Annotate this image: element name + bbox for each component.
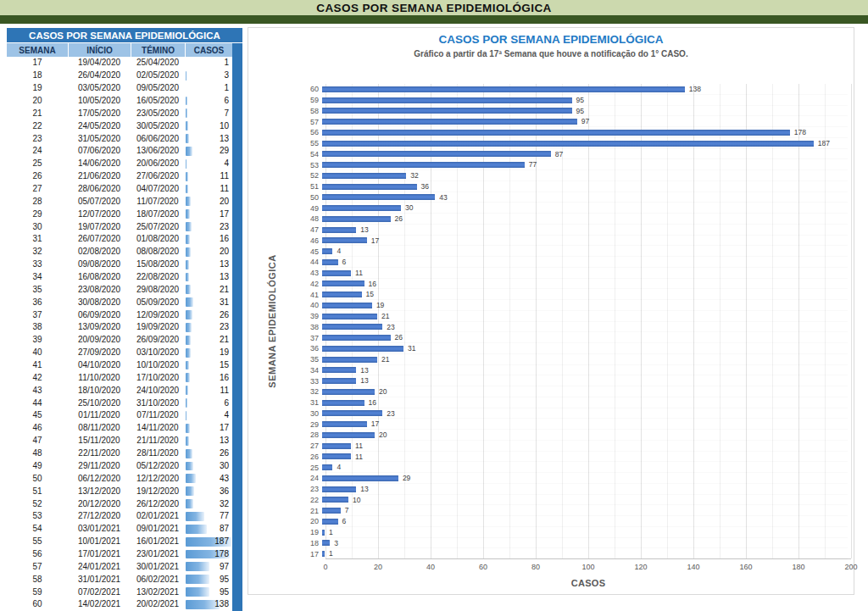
cell-casos: 7	[185, 107, 232, 119]
casos-value: 20	[220, 247, 229, 256]
y-axis-tick-label: 21	[302, 507, 322, 515]
y-axis-tick-label: 46	[302, 236, 322, 245]
table-body: 1719/04/202025/04/202011826/04/202002/05…	[7, 57, 232, 611]
bar-area: 11	[322, 268, 848, 279]
bar-data-label: 26	[395, 334, 403, 342]
cell-semana: 41	[7, 361, 68, 369]
casos-databar	[186, 462, 193, 471]
cell-inicio: 06/12/2020	[68, 475, 131, 483]
y-axis-title: SEMANA EPIDEMIOLÓGICA	[267, 254, 277, 387]
chart-bar	[322, 205, 401, 211]
casos-value: 23	[220, 323, 229, 331]
cell-termino: 15/08/2020	[131, 260, 185, 269]
chart-bar-row: 4617	[302, 236, 851, 247]
cell-semana: 55	[7, 537, 68, 546]
table-row: 4318/10/202024/10/202011	[7, 384, 232, 397]
table-row: 2805/07/202011/07/202020	[7, 195, 232, 208]
bar-area: 16	[322, 397, 848, 408]
y-axis-tick-label: 47	[302, 225, 322, 234]
bar-data-label: 20	[379, 388, 387, 396]
bar-area: 32	[322, 170, 848, 181]
cell-casos: 17	[185, 208, 232, 220]
cases-table: CASOS POR SEMANA EPIDEMIOLÓGICA SEMANA I…	[7, 28, 242, 611]
y-axis-tick-label: 22	[302, 496, 322, 504]
cell-termino: 17/10/2020	[131, 374, 185, 382]
bar-data-label: 30	[405, 204, 413, 212]
cell-inicio: 14/06/2020	[68, 159, 131, 168]
cell-semana: 54	[7, 525, 68, 533]
chart-bar	[322, 421, 367, 427]
chart-bar	[322, 551, 325, 557]
cell-casos: 21	[185, 334, 232, 347]
chart-bar	[322, 162, 525, 168]
cell-casos: 97	[185, 560, 232, 573]
chart-bar	[322, 346, 403, 352]
cell-semana: 45	[7, 411, 68, 419]
casos-databar	[186, 575, 209, 584]
cell-casos: 19	[185, 347, 232, 359]
cell-inicio: 12/07/2020	[68, 210, 131, 219]
cell-casos: 95	[185, 586, 232, 598]
cell-casos: 95	[185, 573, 232, 586]
bar-data-label: 11	[355, 442, 363, 450]
chart-bar-row: 206	[302, 516, 851, 527]
bar-data-label: 13	[360, 226, 368, 234]
chart-bar-row: 2210	[302, 495, 851, 506]
y-axis-tick-label: 32	[302, 387, 322, 396]
cell-inicio: 17/05/2020	[68, 109, 131, 118]
chart-bar	[322, 216, 391, 222]
y-axis-tick-label: 19	[302, 528, 322, 536]
cell-semana: 40	[7, 348, 68, 357]
bar-area: 1	[322, 548, 848, 559]
cell-termino: 11/07/2020	[131, 197, 185, 206]
bar-data-label: 77	[529, 161, 537, 169]
chart-bar-row: 183	[302, 538, 851, 549]
cell-inicio: 18/10/2020	[68, 386, 131, 395]
table-row: 5907/02/202113/02/202195	[7, 586, 232, 598]
cell-casos: 87	[185, 523, 232, 536]
casos-value: 77	[220, 512, 229, 520]
spreadsheet-view: CASOS POR SEMANA EPIDEMIOLÓGICA CASOS PO…	[0, 0, 868, 611]
casos-databar	[186, 260, 189, 269]
cell-casos: 17	[185, 422, 232, 435]
chart-bar-row: 3413	[302, 365, 851, 376]
bar-data-label: 7	[345, 507, 349, 514]
table-row: 5831/01/202106/02/202195	[7, 573, 232, 586]
bar-data-label: 13	[360, 377, 368, 385]
cell-casos: 20	[185, 246, 232, 258]
casos-databar	[186, 247, 191, 257]
cases-bar-chart: CASOS POR SEMANA EPIDEMIOLÓGICA Gráfico …	[248, 27, 854, 595]
cell-casos: 13	[185, 271, 232, 284]
bar-area: 187	[322, 138, 848, 149]
cell-termino: 13/02/2021	[131, 588, 185, 597]
y-axis-tick-label: 51	[302, 182, 322, 191]
bar-data-label: 187	[818, 140, 830, 147]
casos-databar	[186, 147, 192, 156]
y-axis-tick-label: 50	[302, 193, 322, 202]
cell-casos: 43	[185, 472, 232, 485]
table-row: 2912/07/202018/07/202017	[7, 208, 232, 220]
chart-bar	[322, 108, 572, 114]
cell-inicio: 17/01/2021	[68, 550, 131, 558]
chart-bar-row: 2313	[302, 484, 851, 495]
chart-bar-row: 4311	[302, 268, 851, 279]
cell-casos: 16	[185, 233, 232, 246]
app-title-bar: CASOS POR SEMANA EPIDEMIOLÓGICA	[0, 0, 868, 15]
cell-inicio: 03/05/2020	[68, 84, 131, 92]
y-axis-tick-label: 48	[302, 214, 322, 223]
casos-databar	[186, 285, 191, 294]
cell-semana: 20	[7, 97, 68, 105]
cell-casos: 3	[185, 69, 232, 82]
cell-inicio: 11/10/2020	[68, 374, 131, 382]
table-row: 2728/06/202004/07/202011	[7, 183, 232, 196]
bar-data-label: 10	[353, 497, 360, 504]
chart-bar	[322, 530, 325, 536]
bar-data-label: 36	[421, 183, 429, 191]
casos-databar	[186, 449, 192, 458]
cell-casos: 11	[185, 170, 232, 183]
chart-bar-row: 5232	[302, 170, 851, 181]
cell-termino: 25/07/2020	[131, 223, 185, 231]
y-axis-tick-label: 43	[302, 269, 322, 277]
chart-bar-row: 60138	[302, 84, 851, 95]
chart-bar	[322, 173, 406, 179]
